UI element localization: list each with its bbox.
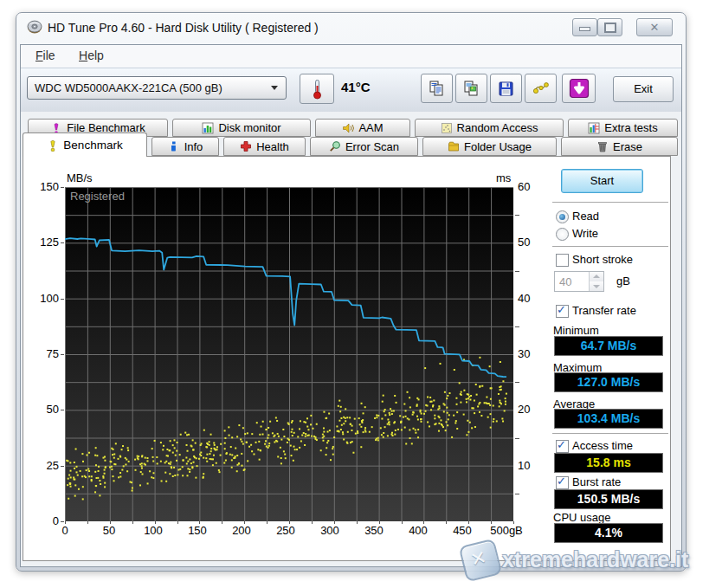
minimize-button[interactable] [572,18,597,36]
copy-text-button[interactable] [421,74,453,103]
xtremehardware-logo [459,539,503,583]
download-button[interactable] [562,74,596,103]
device-icon [532,81,550,96]
registered-watermark: Registered [70,190,125,203]
burst-rate-value: 150.5 MB/s [554,489,663,509]
error-scan-icon [329,140,341,152]
tab-label: AAM [358,121,383,134]
right-axis-tick: 30 [518,347,530,360]
burst-rate-checkbox[interactable] [556,476,569,489]
x-axis-tickmark [267,521,268,524]
right-axis-tick: 40 [518,292,530,305]
tab-disk-monitor[interactable]: Disk monitor [172,119,311,137]
x-axis-tickmark [132,521,133,524]
transfer-rate-checkbox[interactable] [556,305,569,318]
menu-help[interactable]: Help [74,48,109,62]
write-radio[interactable] [556,228,569,241]
right-axis-tickmark [515,326,519,327]
tab-benchmark[interactable]: Benchmark [23,132,147,157]
read-radio[interactable] [556,210,569,223]
site-watermark-text: xtremehardware.it [502,547,688,572]
tab-info[interactable]: Info [151,137,219,156]
x-axis-tick: 250 [264,524,307,537]
tab-error-scan[interactable]: Error Scan [310,137,418,156]
disk-monitor-icon [202,122,214,134]
x-axis-tickmark [402,521,403,524]
tab-random-access[interactable]: Random Access [415,119,564,137]
read-label: Read [572,210,599,223]
maximize-icon [604,23,616,33]
health-icon [240,140,252,152]
copy-image-button[interactable] [455,74,487,103]
x-axis-tick: 350 [352,524,396,537]
left-axis-tickmark [61,466,64,467]
short-stroke-checkbox[interactable] [556,254,569,267]
drive-select-value: WDC WD5000AAKX-221CA (500 gB) [35,81,222,94]
cpu-usage-label: CPU usage [553,511,610,524]
exit-button[interactable]: Exit [613,76,674,102]
short-stroke-label: Short stroke [572,253,633,266]
tab-label: Benchmark [63,139,122,152]
titlebar[interactable]: HD Tune Pro 4.60 - Hard Disk Utility ( R… [16,13,686,44]
capacity-unit: gB [616,275,630,288]
tab-label: Extra tests [604,121,657,134]
x-axis-tickmark [513,521,514,524]
spinner-down-icon[interactable] [590,281,603,291]
right-axis-tickmark [515,215,519,216]
info-icon [168,140,180,152]
drive-select[interactable]: WDC WD5000AAKX-221CA (500 gB) [27,76,287,100]
burst-rate-label: Burst rate [572,475,621,488]
x-axis-tickmark [244,521,245,524]
access-time-checkbox[interactable] [556,440,569,453]
save-button[interactable] [490,74,522,103]
x-axis-tickmark [312,521,313,524]
x-axis-tickmark [177,521,178,524]
save-icon [498,81,514,97]
x-axis-tick: 200 [220,524,263,537]
write-label: Write [572,227,598,240]
maximize-button[interactable] [597,18,622,36]
x-axis-tickmark [222,521,222,524]
tab-folder-usage[interactable]: Folder Usage [422,137,557,156]
right-axis-tick: 10 [518,459,530,472]
right-axis-tick: 60 [518,180,530,193]
thermometer-icon [312,79,323,100]
tab-aam[interactable]: AAM [315,119,410,137]
hd-tune-disk-icon [27,19,42,35]
right-axis-tickmark [515,494,519,494]
site-watermark: xtremehardware.it [457,535,722,584]
x-axis-tickmark [379,521,380,524]
benchmark-chart [65,187,513,521]
folder-usage-icon [448,140,460,152]
minimum-label: Minimum [553,324,599,337]
device-button[interactable] [525,74,557,103]
x-axis-tickmark [423,521,424,524]
x-axis-tickmark [491,521,492,524]
spinner-buttons[interactable] [589,272,603,291]
close-button[interactable]: ✕ [636,18,673,36]
capacity-spinner[interactable]: 40 [554,271,604,292]
tab-label: Info [184,140,203,153]
left-axis-tickmark [61,242,64,243]
start-button[interactable]: Start [561,169,643,193]
menu-bar: File Help [21,45,681,68]
chevron-down-icon [271,86,278,90]
tab-extra-tests[interactable]: Extra tests [568,119,678,137]
tab-erase[interactable]: Erase [561,137,678,156]
left-axis-tick: 75 [33,347,59,360]
copy-text-icon [429,80,446,97]
temperature-value: 41°C [341,80,371,94]
tab-label: Folder Usage [464,140,532,153]
menu-file[interactable]: File [30,48,61,62]
access-time-label: Access time [572,439,633,452]
temperature-button[interactable] [300,74,334,104]
right-axis-tick: 20 [518,403,530,416]
left-axis-tick: 25 [33,459,59,472]
tab-health[interactable]: Health [223,137,306,156]
x-axis-tickmark [446,521,447,524]
x-axis-tickmark [110,521,111,524]
access-time-value: 15.8 ms [554,453,663,473]
tab-label: Error Scan [345,140,399,153]
random-access-icon [441,122,453,134]
separator [552,433,668,434]
